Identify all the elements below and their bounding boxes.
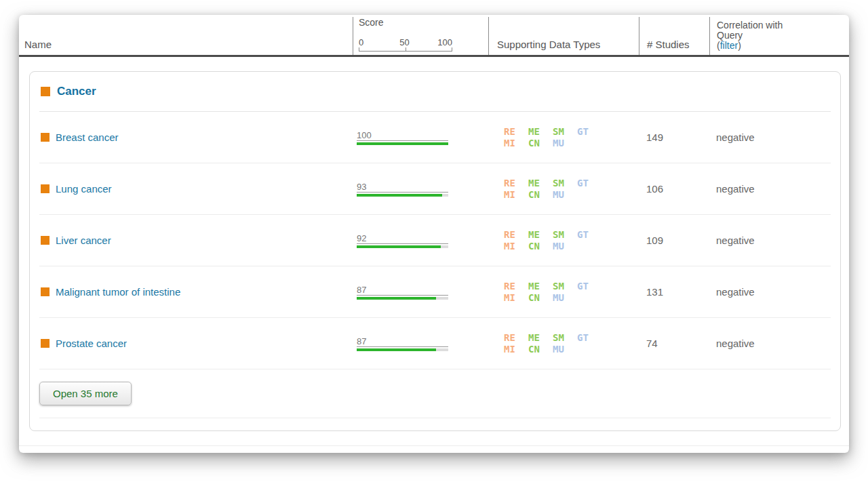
data-types-cell: REMESMGT MICNMU xyxy=(492,281,639,304)
data-type-re-icon: RE xyxy=(504,332,528,344)
column-header-studies: # Studies xyxy=(639,17,709,55)
data-types-cell: REMESMGT MICNMU xyxy=(492,229,639,252)
score-tick-100: 100 xyxy=(437,37,452,47)
orange-square-icon xyxy=(41,133,50,142)
score-value: 87 xyxy=(357,285,448,296)
data-types-cell: REMESMGT MICNMU xyxy=(492,178,639,201)
score-bar xyxy=(357,194,448,197)
data-type-me-icon: ME xyxy=(528,229,553,241)
table-row: Prostate cancer 87 REMESMGT MICNMU 74 ne… xyxy=(39,318,831,369)
data-type-sm-icon: SM xyxy=(553,281,577,292)
data-type-sm-icon: SM xyxy=(553,178,577,189)
data-type-mu-icon: MU xyxy=(553,241,577,252)
name-cell: Lung cancer xyxy=(39,183,357,195)
data-type-sm-icon: SM xyxy=(553,126,577,138)
data-type-mu-icon: MU xyxy=(553,189,577,201)
studies-cell: 131 xyxy=(639,286,709,298)
cancer-group-box: Cancer Breast cancer 100 REMESMGT MICNMU… xyxy=(29,71,841,431)
data-type-sm-icon: SM xyxy=(553,229,577,241)
data-type-me-icon: ME xyxy=(528,281,553,292)
data-type-re-icon: RE xyxy=(504,229,528,241)
score-value: 92 xyxy=(357,233,448,244)
name-cell: Malignant tumor of intestine xyxy=(39,286,357,298)
data-type-mi-icon: MI xyxy=(504,292,528,304)
orange-square-icon xyxy=(41,184,50,193)
correlation-cell: negative xyxy=(709,132,831,143)
data-type-gt-icon: GT xyxy=(577,229,601,241)
correlation-cell: negative xyxy=(709,338,831,349)
data-type-cn-icon: CN xyxy=(528,241,553,252)
disease-link[interactable]: Breast cancer xyxy=(56,132,119,143)
correlation-cell: negative xyxy=(709,183,831,195)
table-row: Lung cancer 93 REMESMGT MICNMU 106 negat… xyxy=(39,163,831,215)
table-row: Liver cancer 92 REMESMGT MICNMU 109 nega… xyxy=(39,215,831,266)
name-cell: Breast cancer xyxy=(39,132,357,143)
score-value: 87 xyxy=(357,336,448,347)
score-ruler xyxy=(359,47,452,52)
group-title: Cancer xyxy=(57,85,96,98)
score-tick-50: 50 xyxy=(399,37,409,47)
data-type-cn-icon: CN xyxy=(528,344,553,355)
column-header-data-types: Supporting Data Types xyxy=(488,17,639,55)
data-type-gt-icon: GT xyxy=(577,126,601,138)
data-types-cell: REMESMGT MICNMU xyxy=(492,126,639,149)
score-cell: 100 xyxy=(357,130,492,145)
column-header-score: Score 0 50 100 xyxy=(353,17,488,55)
data-type-mi-icon: MI xyxy=(504,138,528,149)
data-type-mu-icon: MU xyxy=(553,344,577,355)
score-cell: 87 xyxy=(357,285,492,300)
correlation-label-line1: Correlation with xyxy=(717,20,849,31)
data-type-re-icon: RE xyxy=(504,281,528,292)
data-type-mi-icon: MI xyxy=(504,241,528,252)
name-cell: Liver cancer xyxy=(39,235,357,246)
score-bar xyxy=(357,348,448,351)
score-cell: 92 xyxy=(357,233,492,248)
score-bar xyxy=(357,245,448,248)
group-header-cancer[interactable]: Cancer xyxy=(39,72,831,112)
disease-link[interactable]: Liver cancer xyxy=(56,235,111,246)
name-column-label: Name xyxy=(24,39,353,50)
disease-link[interactable]: Lung cancer xyxy=(56,183,112,195)
data-type-cn-icon: CN xyxy=(528,138,553,149)
data-type-gt-icon: GT xyxy=(577,178,601,189)
orange-square-icon xyxy=(41,287,50,296)
data-type-mu-icon: MU xyxy=(553,292,577,304)
score-tick-0: 0 xyxy=(359,37,363,47)
disease-link[interactable]: Prostate cancer xyxy=(56,338,127,349)
data-type-mi-icon: MI xyxy=(504,344,528,355)
name-cell: Prostate cancer xyxy=(39,338,357,349)
orange-square-icon xyxy=(41,339,50,348)
column-header-name: Name xyxy=(19,17,353,55)
score-bar xyxy=(357,142,448,145)
data-type-mu-icon: MU xyxy=(553,138,577,149)
table-header: Name Score 0 50 100 Supporting Data Type… xyxy=(19,15,849,57)
data-type-re-icon: RE xyxy=(504,126,528,138)
score-cell: 93 xyxy=(357,182,492,197)
score-value: 93 xyxy=(357,182,448,193)
score-bar xyxy=(357,297,448,300)
orange-square-icon xyxy=(41,236,50,245)
score-scale: 0 50 100 xyxy=(359,37,452,52)
studies-column-label: # Studies xyxy=(647,39,709,50)
studies-cell: 106 xyxy=(639,183,709,195)
data-type-me-icon: ME xyxy=(528,178,553,189)
table-row: Breast cancer 100 REMESMGT MICNMU 149 ne… xyxy=(39,112,831,163)
open-more-row: Open 35 more xyxy=(39,369,831,418)
studies-cell: 149 xyxy=(639,132,709,143)
data-type-re-icon: RE xyxy=(504,178,528,189)
score-column-label: Score xyxy=(359,17,488,28)
data-type-sm-icon: SM xyxy=(553,332,577,344)
table-row: Malignant tumor of intestine 87 REMESMGT… xyxy=(39,266,831,318)
column-header-correlation: Correlation with Query (filter) xyxy=(709,17,849,55)
orange-square-icon xyxy=(41,87,50,96)
score-cell: 87 xyxy=(357,336,492,351)
data-type-gt-icon: GT xyxy=(577,281,601,292)
data-types-cell: REMESMGT MICNMU xyxy=(492,332,639,355)
filter-link[interactable]: filter xyxy=(720,40,738,51)
correlation-cell: negative xyxy=(709,286,831,298)
open-more-button[interactable]: Open 35 more xyxy=(39,382,132,405)
disease-link[interactable]: Malignant tumor of intestine xyxy=(56,286,180,298)
data-types-column-label: Supporting Data Types xyxy=(497,39,639,50)
data-type-gt-icon: GT xyxy=(577,332,601,344)
footer-divider xyxy=(19,445,849,446)
